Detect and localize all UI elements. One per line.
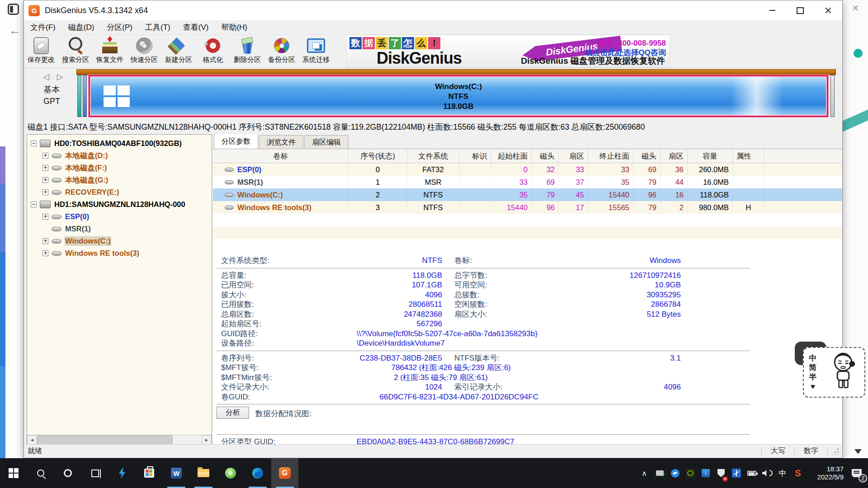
menu-item[interactable]: 帮助(H) bbox=[215, 20, 254, 35]
sogou-input-button[interactable]: S bbox=[790, 458, 806, 488]
scrollbar-thumb[interactable] bbox=[37, 435, 173, 445]
partition-sliver-esp[interactable] bbox=[77, 75, 81, 117]
table-header-cell[interactable]: 扇区 bbox=[660, 149, 688, 163]
green-e-browser-button[interactable]: e bbox=[217, 458, 244, 488]
table-header-cell[interactable]: 属性 bbox=[733, 149, 764, 163]
table-header-cell[interactable]: 序号(状态) bbox=[349, 149, 407, 163]
action-center-button[interactable]: 2 bbox=[845, 458, 868, 488]
table-header-cell[interactable]: 文件系统 bbox=[407, 149, 459, 163]
resize-grip[interactable] bbox=[832, 448, 840, 455]
scroll-right-icon[interactable]: ► bbox=[202, 435, 212, 445]
table-row[interactable]: Windows RE tools(3) 3 NTFS 15440 96 17 1… bbox=[213, 201, 842, 214]
tree-expander-icon[interactable] bbox=[42, 214, 48, 220]
task-view-button[interactable] bbox=[81, 458, 108, 488]
background-scroll-down-icon[interactable] bbox=[854, 449, 862, 454]
tray-volume-button[interactable] bbox=[760, 458, 775, 488]
toolbar-button[interactable]: 删除分区 bbox=[230, 35, 264, 68]
cortana-button[interactable] bbox=[54, 458, 81, 488]
tree-expander-icon[interactable] bbox=[42, 177, 48, 183]
menu-item[interactable]: 查看(V) bbox=[177, 20, 215, 35]
ime-indicator[interactable]: 中 bbox=[775, 458, 790, 488]
word-button[interactable]: W bbox=[163, 458, 190, 488]
tree-horizontal-scrollbar[interactable]: ◄ ► bbox=[27, 435, 212, 445]
tray-bird-app-button[interactable] bbox=[667, 458, 683, 488]
partition-sliver-re-tools[interactable] bbox=[830, 75, 835, 117]
table-header-cell[interactable]: 扇区 bbox=[559, 149, 588, 163]
tree-expander-icon[interactable] bbox=[31, 141, 37, 146]
tray-intel-button[interactable]: i bbox=[698, 458, 713, 488]
menu-item[interactable]: 分区(P) bbox=[100, 20, 139, 35]
table-header-cell[interactable]: 容量 bbox=[688, 149, 733, 163]
tree-expander-icon[interactable] bbox=[42, 165, 48, 171]
taskbar-clock[interactable]: 18:37 2022/5/9 bbox=[806, 465, 845, 481]
table-row[interactable]: ESP(0) 0 FAT32 0 32 33 33 69 36 260.0MB bbox=[213, 163, 842, 176]
maximize-button[interactable] bbox=[786, 0, 814, 20]
tray-snowflake-button[interactable] bbox=[729, 458, 744, 488]
toolbar-button[interactable]: 系统迁移 bbox=[299, 35, 333, 68]
tree-expander-icon[interactable] bbox=[42, 153, 48, 159]
delete-partition-icon bbox=[238, 37, 256, 54]
table-row[interactable]: MSR(1) 1 MSR 33 69 37 35 79 44 16.0MB bbox=[213, 176, 842, 188]
tree-item[interactable]: Windows(C:) bbox=[27, 235, 212, 247]
table-header-cell[interactable]: 起始柱面 bbox=[491, 149, 532, 163]
browser-tab-icon[interactable] bbox=[8, 4, 19, 15]
lightning-app-button[interactable] bbox=[108, 458, 136, 488]
toolbar-button[interactable]: 保存更改 bbox=[24, 35, 58, 68]
tree-expander-icon[interactable] bbox=[42, 250, 48, 256]
diskgenius-taskbar-button[interactable]: G bbox=[271, 458, 298, 488]
file-explorer-button[interactable] bbox=[190, 458, 217, 488]
tree-expander-icon[interactable] bbox=[42, 238, 48, 244]
tray-security-button[interactable]: ✕ bbox=[713, 458, 729, 488]
tab[interactable]: 浏览文件 bbox=[259, 135, 303, 149]
tray-nvidia-button[interactable] bbox=[683, 458, 698, 488]
tab[interactable]: 分区参数 bbox=[214, 134, 258, 149]
scroll-left-icon[interactable]: ◄ bbox=[27, 435, 37, 445]
table-header-cell[interactable]: 标识 bbox=[459, 149, 491, 163]
tree-item[interactable]: 本地磁盘(D:) bbox=[27, 150, 212, 162]
edge-button[interactable] bbox=[244, 458, 271, 488]
start-button[interactable] bbox=[0, 458, 27, 488]
titlebar: G DiskGenius V5.4.3.1342 x64 bbox=[24, 0, 842, 20]
tree-item[interactable]: HD0:TOSHIBAMQ04ABF100(932GB) bbox=[27, 137, 212, 150]
partition-block-windows-c[interactable]: Windows(C:) NTFS 118.0GB bbox=[89, 75, 828, 117]
floating-sticker-widget[interactable]: 中 简 半 ♥ bbox=[803, 347, 865, 398]
table-header-cell[interactable]: 卷标 bbox=[213, 149, 349, 163]
partition-nav-arrows-icon[interactable]: ◁ ▷ bbox=[43, 72, 66, 82]
table-row[interactable]: Windows(C:) 2 NTFS 35 79 45 15440 96 16 … bbox=[213, 188, 842, 201]
tree-item[interactable]: ESP(0) bbox=[27, 211, 212, 223]
tree-expander-icon[interactable] bbox=[42, 189, 48, 195]
tree-item[interactable]: 本地磁盘(G:) bbox=[27, 174, 212, 186]
toolbar-button[interactable]: 格式化 bbox=[196, 35, 230, 68]
tree-item[interactable]: 本地磁盘(F:) bbox=[27, 162, 212, 174]
table-header-cell[interactable]: 终止柱面 bbox=[588, 149, 633, 163]
browser-back-arrow-icon[interactable]: ← bbox=[9, 23, 21, 38]
analyze-button[interactable]: 分析 bbox=[217, 407, 249, 419]
menu-item[interactable]: 工具(T) bbox=[139, 20, 177, 35]
table-header-cell[interactable]: 磁头 bbox=[633, 149, 660, 163]
window-title: DiskGenius V5.4.3.1342 x64 bbox=[45, 6, 148, 15]
toolbar-button[interactable]: 恢复文件 bbox=[93, 35, 127, 68]
toolbar-button[interactable]: 快速分区 bbox=[127, 35, 161, 68]
tree-item[interactable]: RECOVERY(E:) bbox=[27, 186, 212, 198]
minimize-button[interactable] bbox=[758, 0, 786, 20]
microsoft-store-button[interactable] bbox=[136, 458, 163, 488]
menu-item[interactable]: 磁盘(D) bbox=[62, 20, 101, 35]
table-header-cell[interactable]: 磁头 bbox=[532, 149, 559, 163]
taskbar-search-button[interactable] bbox=[27, 458, 54, 488]
close-button[interactable] bbox=[814, 0, 842, 20]
menu-item[interactable]: 文件(F) bbox=[24, 20, 62, 35]
tree-expander-icon[interactable] bbox=[31, 202, 37, 207]
partition-sliver-msr[interactable] bbox=[83, 75, 87, 117]
tab[interactable]: 扇区编辑 bbox=[304, 135, 349, 149]
tree-item[interactable]: Windows RE tools(3) bbox=[27, 247, 212, 259]
toolbar-button[interactable]: 搜索分区 bbox=[58, 35, 93, 68]
toolbar-button[interactable]: 新建分区 bbox=[161, 35, 196, 68]
tray-expand-button[interactable]: ∧ bbox=[637, 458, 652, 488]
tray-printer-button[interactable] bbox=[652, 458, 667, 488]
ad-banner[interactable]: 数 据 丢 了 怎 么 ！ DiskGenius DiskGenius bbox=[346, 35, 670, 68]
tray-battery-button[interactable] bbox=[744, 458, 760, 488]
toolbar-button[interactable]: 备份分区 bbox=[264, 35, 299, 68]
background-close-icon[interactable]: ✕ bbox=[852, 3, 859, 14]
tree-item[interactable]: HD1:SAMSUNGMZNLN128HAHQ-000 bbox=[27, 198, 212, 211]
tree-item[interactable]: MSR(1) bbox=[27, 223, 212, 235]
